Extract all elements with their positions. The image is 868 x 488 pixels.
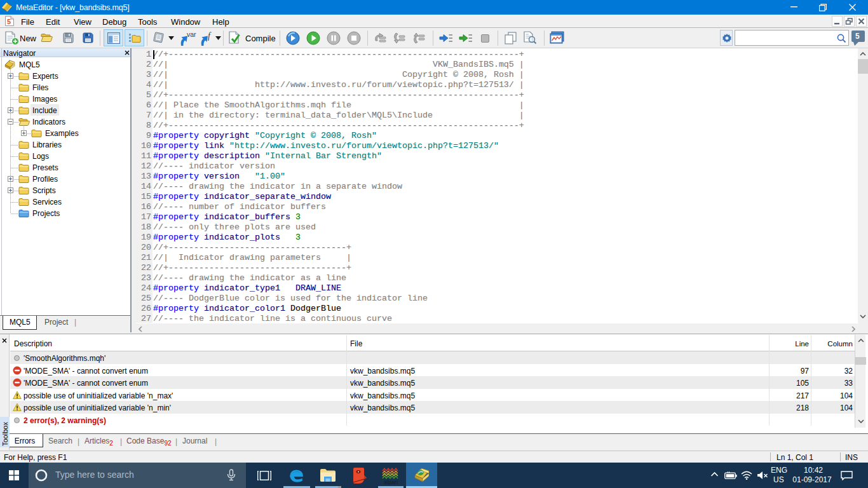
svg-text:var: var <box>187 30 196 38</box>
svg-text:5: 5 <box>7 18 11 25</box>
svg-text:f: f <box>208 31 212 41</box>
svg-text:alpari: alpari <box>384 479 398 485</box>
